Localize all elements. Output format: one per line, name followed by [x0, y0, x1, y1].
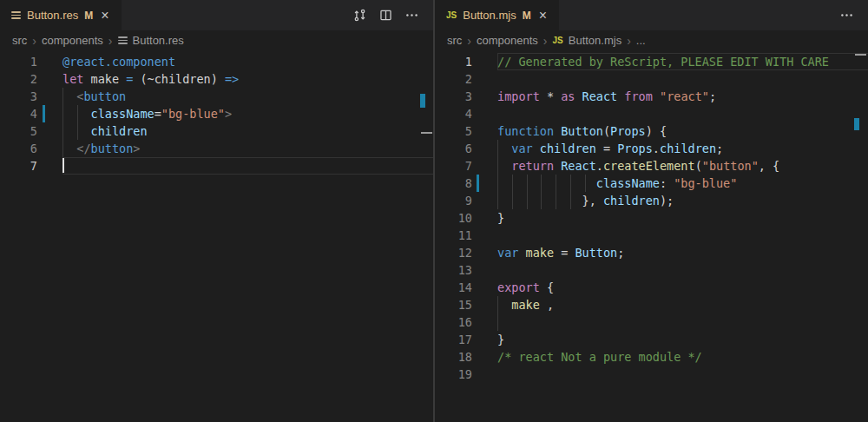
tab-button-mjs[interactable]: JS Button.mjs M × [435, 0, 559, 30]
code-line[interactable]: 13 [435, 261, 868, 279]
line-number[interactable]: 4 [0, 105, 62, 122]
line-number[interactable]: 3 [0, 88, 62, 105]
tab-title: Button.mjs [463, 9, 516, 22]
chevron-right-icon: › [543, 36, 548, 46]
text-cursor [62, 158, 64, 173]
git-modified-gutter-marker [43, 105, 45, 122]
editor-button-mjs[interactable]: 1// Generated by ReScript, PLEASE EDIT W… [435, 50, 868, 422]
line-number[interactable]: 6 [435, 140, 497, 157]
line-number[interactable]: 1 [435, 53, 497, 70]
line-number[interactable]: 15 [435, 296, 497, 313]
line-number[interactable]: 13 [435, 261, 497, 279]
code-line[interactable]: 6 var children = Props.children; [435, 140, 868, 157]
code-line[interactable]: 2let make = (~children) => [0, 70, 433, 88]
code-line[interactable]: 6 </button> [0, 140, 433, 157]
overview-ruler-modified-marker [854, 118, 859, 130]
line-number[interactable]: 3 [435, 88, 497, 105]
more-actions-icon[interactable] [404, 8, 419, 23]
tab-button-res[interactable]: Button.res M × [0, 0, 122, 30]
line-number[interactable]: 2 [435, 70, 497, 88]
code-line[interactable]: 3import * as React from "react"; [435, 88, 868, 105]
overview-ruler[interactable] [854, 50, 868, 422]
code-line-text: className="bg-blue"> [62, 105, 433, 122]
code-line[interactable]: 1// Generated by ReScript, PLEASE EDIT W… [435, 53, 868, 70]
editor-button-res[interactable]: 1@react.component2let make = (~children)… [0, 50, 433, 422]
code-line[interactable]: 15 make , [435, 296, 868, 313]
open-changes-icon[interactable] [352, 8, 367, 23]
code-line-text: make , [497, 296, 868, 313]
code-line-text: className: "bg-blue" [497, 175, 868, 192]
line-number[interactable]: 11 [435, 227, 497, 244]
code-line[interactable]: 4 [435, 105, 868, 122]
breadcrumb-item-components[interactable]: components [42, 34, 103, 47]
code-line[interactable]: 4 className="bg-blue"> [0, 105, 433, 122]
code-line[interactable]: 5 children [0, 122, 433, 140]
indent-guide [570, 175, 571, 209]
code-line-text: var children = Props.children; [497, 140, 868, 157]
breadcrumb-item-file[interactable]: Button.mjs [569, 34, 621, 47]
line-number[interactable]: 10 [435, 209, 497, 227]
line-number[interactable]: 5 [435, 122, 497, 140]
code-line[interactable]: 7 [0, 157, 433, 175]
more-actions-icon[interactable] [839, 8, 854, 23]
close-icon[interactable]: × [99, 9, 110, 23]
tab-bar-left: Button.res M × [0, 0, 433, 30]
code-line[interactable]: 8 className: "bg-blue" [435, 175, 868, 192]
code-line-text: </button> [62, 140, 433, 157]
code-line[interactable]: 11 [435, 227, 868, 244]
close-icon[interactable]: × [537, 9, 549, 23]
overview-ruler-modified-marker [420, 94, 425, 108]
code-line[interactable]: 17} [435, 331, 868, 348]
line-number[interactable]: 16 [435, 313, 497, 331]
breadcrumb-item-src[interactable]: src [12, 34, 27, 47]
breadcrumb-item-src[interactable]: src [447, 34, 462, 47]
code-line[interactable]: 3 <button [0, 88, 433, 105]
line-number[interactable]: 4 [435, 105, 497, 122]
indent-guide [556, 175, 556, 209]
split-editor-icon[interactable] [378, 8, 393, 23]
code-line[interactable]: 19 [435, 366, 868, 383]
line-number[interactable]: 7 [435, 157, 497, 175]
line-number[interactable]: 1 [0, 53, 62, 70]
code-line[interactable]: 14export { [435, 279, 868, 296]
tab-title: Button.res [27, 9, 78, 22]
code-line[interactable]: 16 [435, 313, 868, 331]
line-number[interactable]: 5 [0, 122, 62, 140]
code-line-text [497, 261, 868, 279]
code-line[interactable]: 1@react.component [0, 53, 433, 70]
breadcrumb-item-components[interactable]: components [477, 34, 538, 47]
vscode-window: Button.res M × [0, 0, 868, 422]
line-number[interactable]: 7 [0, 157, 62, 175]
indent-guide [497, 140, 498, 209]
line-number[interactable]: 2 [0, 70, 62, 88]
line-number[interactable]: 9 [435, 192, 497, 209]
code-line[interactable]: 18/* react Not a pure module */ [435, 348, 868, 366]
code-line[interactable]: 5function Button(Props) { [435, 122, 868, 140]
breadcrumb-item-symbols[interactable]: ... [636, 34, 646, 47]
line-number[interactable]: 18 [435, 348, 497, 366]
line-number[interactable]: 17 [435, 331, 497, 348]
git-modified-badge: M [523, 10, 531, 22]
line-number[interactable]: 14 [435, 279, 497, 296]
code-line[interactable]: 2 [435, 70, 868, 88]
code-line-text: var make = Button; [497, 244, 868, 261]
breadcrumb-item-file[interactable]: Button.res [133, 34, 184, 47]
line-number[interactable]: 6 [0, 140, 62, 157]
tab-strip-empty [559, 0, 839, 30]
code-line-text: function Button(Props) { [497, 122, 868, 140]
code-line-text: let make = (~children) => [62, 70, 433, 88]
code-line[interactable]: 7 return React.createElement("button", { [435, 157, 868, 175]
code-line-text: }, children); [497, 192, 868, 209]
code-line-text [497, 70, 868, 88]
code-line[interactable]: 10} [435, 209, 868, 227]
code-line-text [497, 227, 868, 244]
code-line[interactable]: 12var make = Button; [435, 244, 868, 261]
line-number[interactable]: 19 [435, 366, 497, 383]
breadcrumb: src›components›Button.res [0, 30, 433, 50]
js-icon: JS [553, 36, 563, 45]
code-line-text: /* react Not a pure module */ [497, 348, 868, 366]
line-number[interactable]: 12 [435, 244, 497, 261]
line-number[interactable]: 8 [435, 175, 497, 192]
code-line[interactable]: 9 }, children); [435, 192, 868, 209]
code-line-text [62, 157, 433, 175]
